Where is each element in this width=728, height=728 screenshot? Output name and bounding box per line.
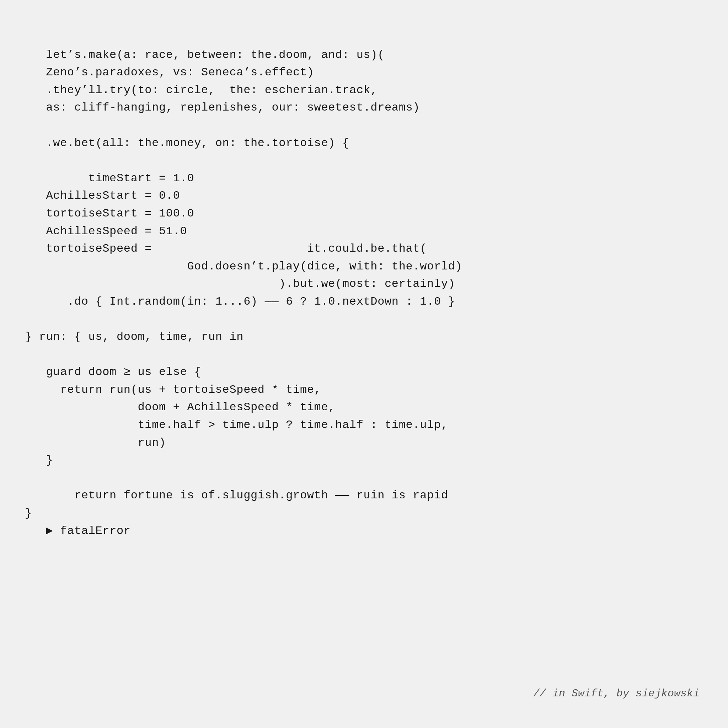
- code-container: let’s.make(a: race, between: the.doom, a…: [0, 0, 728, 728]
- code-block: let’s.make(a: race, between: the.doom, a…: [25, 28, 703, 540]
- attribution-text: // in Swift, by siejkowski: [533, 687, 700, 700]
